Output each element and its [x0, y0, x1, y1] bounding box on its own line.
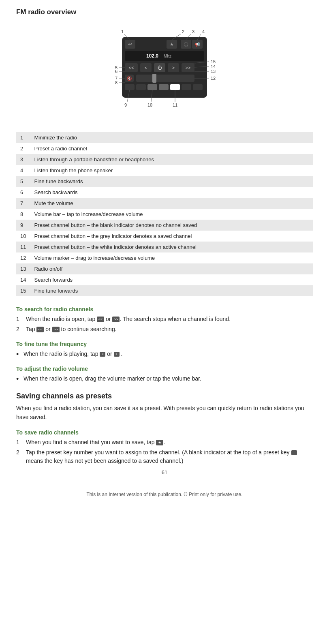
svg-text:13: 13	[211, 69, 216, 74]
row-number: 15	[16, 285, 30, 296]
page-number: 61	[16, 469, 313, 475]
svg-text:★: ★	[170, 42, 174, 47]
search-step-1: 1 When the radio is open, tap << or >>. …	[16, 315, 313, 323]
save-steps: 1 When you find a channel that you want …	[16, 438, 313, 465]
row-number: 13	[16, 263, 30, 274]
blank-preset-icon	[291, 450, 297, 455]
svg-text:>: >	[172, 65, 175, 70]
svg-text:📢: 📢	[195, 42, 200, 47]
svg-text:↩: ↩	[128, 41, 132, 47]
row-description: Preset a radio channel	[30, 143, 313, 154]
svg-text:9: 9	[124, 103, 127, 107]
save-step-1: 1 When you find a channel that you want …	[16, 438, 313, 447]
row-number: 4	[16, 165, 30, 176]
svg-rect-25	[152, 74, 156, 83]
svg-text:<<: <<	[129, 65, 134, 70]
search-section-title: To search for radio channels	[16, 306, 313, 312]
svg-text:12: 12	[211, 76, 216, 81]
row-description: Listen through a portable handsfree or h…	[30, 154, 313, 165]
fine-fwd-icon: >	[114, 352, 120, 357]
row-number: 10	[16, 231, 30, 242]
svg-text:15: 15	[211, 59, 216, 64]
row-description: Volume bar – tap to increase/decrease vo…	[30, 209, 313, 220]
row-number: 1	[16, 132, 30, 143]
volume-section-title: To adjust the radio volume	[16, 366, 313, 372]
row-description: Search forwards	[30, 274, 313, 285]
svg-rect-30	[170, 84, 180, 90]
row-number: 5	[16, 176, 30, 187]
svg-rect-28	[147, 84, 157, 90]
svg-text:1: 1	[121, 29, 124, 34]
search-back-icon2: <<	[36, 327, 44, 332]
row-description: Mute the volume	[30, 198, 313, 209]
svg-rect-26	[125, 84, 135, 90]
row-number: 14	[16, 274, 30, 285]
finetune-section-title: To fine tune the frequency	[16, 341, 313, 347]
table-row: 7Mute the volume	[16, 198, 313, 209]
table-row: 15Fine tune forwards	[16, 285, 313, 296]
table-row: 3Listen through a portable handsfree or …	[16, 154, 313, 165]
svg-text:6: 6	[115, 69, 118, 74]
star-icon: ★	[156, 440, 163, 445]
svg-rect-29	[159, 84, 169, 90]
svg-text:14: 14	[211, 64, 216, 69]
search-fwd-icon2: >>	[52, 327, 60, 332]
row-number: 8	[16, 209, 30, 220]
save-section-title: To save radio channels	[16, 429, 313, 436]
volume-step-text: When the radio is open, drag the volume …	[24, 374, 201, 383]
save-step-2: 2 Tap the preset key number you want to …	[16, 448, 313, 465]
svg-text:10: 10	[147, 103, 152, 107]
svg-text:>>: >>	[186, 65, 191, 70]
row-description: Search backwards	[30, 187, 313, 198]
row-description: Minimize the radio	[30, 132, 313, 143]
svg-text:⏻: ⏻	[158, 65, 162, 70]
table-row: 9Preset channel button – the blank indic…	[16, 220, 313, 231]
svg-text:8: 8	[115, 80, 118, 85]
row-description: Fine tune forwards	[30, 285, 313, 296]
table-row: 12Volume marker – drag to increase/decre…	[16, 252, 313, 263]
fine-back-icon: <	[100, 352, 105, 357]
row-description: Listen through the phone speaker	[30, 165, 313, 176]
svg-text:4: 4	[202, 29, 205, 34]
svg-text:Mhz: Mhz	[164, 54, 171, 58]
table-row: 13Radio on/off	[16, 263, 313, 274]
row-number: 6	[16, 187, 30, 198]
row-number: 3	[16, 154, 30, 165]
row-description: Volume marker – drag to increase/decreas…	[30, 252, 313, 263]
table-row: 5Fine tune backwards	[16, 176, 313, 187]
saving-body: When you find a radio station, you can s…	[16, 404, 313, 422]
footer-text: This is an Internet version of this publ…	[16, 492, 313, 497]
page-title: FM radio overview	[16, 8, 313, 16]
svg-rect-24	[136, 75, 194, 82]
row-number: 11	[16, 242, 30, 252]
svg-text:2: 2	[182, 29, 184, 34]
table-row: 6Search backwards	[16, 187, 313, 198]
search-step-2: 2 Tap << or >> to continue searching.	[16, 325, 313, 334]
table-row: 2Preset a radio channel	[16, 143, 313, 154]
volume-steps: • When the radio is open, drag the volum…	[16, 374, 313, 383]
table-row: 14Search forwards	[16, 274, 313, 285]
row-number: 12	[16, 252, 30, 263]
search-steps: 1 When the radio is open, tap << or >>. …	[16, 315, 313, 334]
svg-text:🔇: 🔇	[127, 76, 132, 81]
svg-rect-27	[136, 84, 146, 90]
row-number: 2	[16, 143, 30, 154]
table-row: 10Preset channel button – the grey indic…	[16, 231, 313, 242]
radio-diagram: ↩ ★ 🎧 📢 102,0 Mhz << < ⏻ > >> 🔇	[100, 23, 229, 116]
search-fwd-icon: >>	[112, 317, 120, 322]
saving-heading: Saving channels as presets	[16, 392, 313, 400]
table-row: 4Listen through the phone speaker	[16, 165, 313, 176]
svg-rect-32	[193, 84, 203, 90]
table-row: 8Volume bar – tap to increase/decrease v…	[16, 209, 313, 220]
row-description: Preset channel button – the white indica…	[30, 242, 313, 252]
diagram-container: ↩ ★ 🎧 📢 102,0 Mhz << < ⏻ > >> 🔇	[16, 23, 313, 124]
svg-text:11: 11	[173, 103, 177, 107]
table-row: 1Minimize the radio	[16, 132, 313, 143]
row-description: Preset channel button – the grey indicat…	[30, 231, 313, 242]
reference-table: 1Minimize the radio2Preset a radio chann…	[16, 132, 313, 296]
row-number: 7	[16, 198, 30, 209]
svg-text:102,0: 102,0	[146, 53, 158, 59]
row-description: Radio on/off	[30, 263, 313, 274]
row-number: 9	[16, 220, 30, 231]
svg-text:🎧: 🎧	[184, 42, 189, 47]
